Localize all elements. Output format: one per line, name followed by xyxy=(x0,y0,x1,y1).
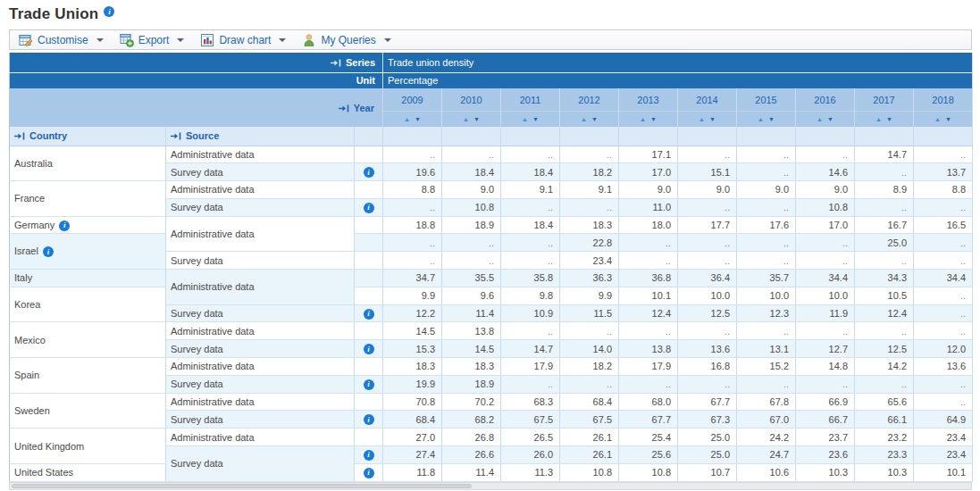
sort-asc-icon[interactable]: ▲ xyxy=(758,116,764,122)
toolbar-customise-button[interactable]: Customise xyxy=(13,30,111,50)
sort-desc-icon[interactable]: ▼ xyxy=(945,116,951,122)
year-column-header[interactable]: 2010▲▼ xyxy=(442,88,501,127)
country-header-label: Country xyxy=(29,130,67,141)
value-cell: 10.1 xyxy=(914,463,973,481)
row-info-icon[interactable]: i xyxy=(364,379,374,390)
country-source-header-row: Country Source xyxy=(10,127,973,146)
row-info-icon[interactable]: i xyxy=(364,468,374,479)
series-pivot-header[interactable]: Series xyxy=(10,53,383,72)
value-cell: .. xyxy=(501,198,560,216)
value-cell: 12.5 xyxy=(678,304,737,322)
value-cell: .. xyxy=(737,375,796,393)
row-info-icon[interactable]: i xyxy=(364,450,374,461)
value-cell: 14.5 xyxy=(442,340,501,358)
value-cell: .. xyxy=(619,375,678,393)
value-cell: .. xyxy=(796,234,855,252)
sort-asc-icon[interactable]: ▲ xyxy=(463,116,469,122)
value-cell: 67.3 xyxy=(678,411,737,429)
toolbar-item-label: Draw chart xyxy=(219,34,271,46)
year-column-header[interactable]: 2014▲▼ xyxy=(678,88,737,127)
value-cell: 10.0 xyxy=(737,287,796,304)
row-info-icon[interactable]: i xyxy=(364,167,374,178)
toolbar-draw-chart-button[interactable]: Draw chart xyxy=(195,30,293,50)
value-cell: 9.8 xyxy=(501,287,560,304)
toolbar-export-button[interactable]: Export xyxy=(114,30,192,50)
country-cell: Sweden xyxy=(10,393,166,429)
sort-desc-icon[interactable]: ▼ xyxy=(532,116,539,122)
year-column-header[interactable]: 2013▲▼ xyxy=(619,88,678,127)
sort-desc-icon[interactable]: ▼ xyxy=(415,116,421,122)
country-info-icon[interactable]: i xyxy=(43,246,54,257)
empty-header-cell xyxy=(678,127,737,146)
value-cell: 16.7 xyxy=(855,216,914,234)
sort-asc-icon[interactable]: ▲ xyxy=(934,116,941,122)
sort-desc-icon[interactable]: ▼ xyxy=(768,116,775,122)
value-cell: 15.1 xyxy=(678,163,737,181)
value-cell: 27.4 xyxy=(383,446,442,464)
country-cell: United Kingdom xyxy=(10,429,166,464)
sort-asc-icon[interactable]: ▲ xyxy=(522,116,528,122)
table-row: SwedenAdministrative data70.870.268.368.… xyxy=(10,393,973,411)
source-pivot-header[interactable]: Source xyxy=(166,127,355,146)
sort-desc-icon[interactable]: ▼ xyxy=(591,116,598,122)
sort-asc-icon[interactable]: ▲ xyxy=(817,116,823,122)
flag-icon-cell: i xyxy=(355,163,383,181)
country-label: Spain xyxy=(14,370,39,380)
value-cell: 18.2 xyxy=(560,358,619,376)
year-column-header[interactable]: 2012▲▼ xyxy=(560,88,619,127)
country-label: Sweden xyxy=(14,405,50,416)
sort-asc-icon[interactable]: ▲ xyxy=(875,116,882,122)
year-column-header[interactable]: 2011▲▼ xyxy=(501,88,560,127)
flag-icon-cell: i xyxy=(355,463,383,481)
sort-desc-icon[interactable]: ▼ xyxy=(650,116,657,122)
year-column-header[interactable]: 2017▲▼ xyxy=(855,88,914,127)
value-cell: .. xyxy=(501,252,560,270)
country-info-icon[interactable]: i xyxy=(59,221,70,231)
country-cell: Spain xyxy=(10,358,166,394)
year-column-header[interactable]: 2009▲▼ xyxy=(383,88,442,127)
year-column-header[interactable]: 2018▲▼ xyxy=(914,88,973,127)
sort-asc-icon[interactable]: ▲ xyxy=(699,116,705,122)
value-cell: 25.6 xyxy=(619,446,678,464)
horizontal-scrollbar[interactable] xyxy=(9,482,972,490)
value-cell: 34.3 xyxy=(855,270,914,287)
row-info-icon[interactable]: i xyxy=(364,203,374,213)
source-label: Survey data xyxy=(171,344,223,354)
year-column-header[interactable]: 2015▲▼ xyxy=(737,88,796,127)
value-cell: 14.5 xyxy=(383,322,442,340)
value-cell: 64.9 xyxy=(914,411,973,429)
sort-desc-icon[interactable]: ▼ xyxy=(886,116,892,122)
sort-desc-icon[interactable]: ▼ xyxy=(473,116,480,122)
draw-chart-icon xyxy=(200,33,214,47)
value-cell: .. xyxy=(442,146,501,163)
toolbar-my-queries-button[interactable]: My Queries xyxy=(297,30,398,50)
value-cell: 10.1 xyxy=(619,287,678,304)
value-cell: 70.2 xyxy=(442,393,501,411)
value-cell: .. xyxy=(796,252,855,270)
value-cell: .. xyxy=(560,146,619,163)
row-info-icon[interactable]: i xyxy=(364,309,374,320)
scrollbar-thumb[interactable] xyxy=(12,484,472,488)
sort-desc-icon[interactable]: ▼ xyxy=(709,116,716,122)
sort-asc-icon[interactable]: ▲ xyxy=(404,116,410,122)
value-cell: 66.7 xyxy=(796,411,855,429)
year-value: 2010 xyxy=(460,95,482,105)
country-pivot-header[interactable]: Country xyxy=(10,127,166,146)
toolbar-item-label: My Queries xyxy=(321,34,375,46)
source-label: Administrative data xyxy=(171,281,255,292)
empty-header-cell xyxy=(383,127,442,146)
value-cell: .. xyxy=(914,375,973,393)
flag-icon-cell xyxy=(355,322,383,340)
flag-icon-cell xyxy=(355,216,383,234)
year-column-header[interactable]: 2016▲▼ xyxy=(796,88,855,127)
sort-desc-icon[interactable]: ▼ xyxy=(827,116,833,122)
source-cell: Administrative data xyxy=(166,429,355,446)
value-cell: 70.8 xyxy=(383,393,442,411)
sort-asc-icon[interactable]: ▲ xyxy=(640,116,646,122)
row-info-icon[interactable]: i xyxy=(364,414,374,425)
sort-asc-icon[interactable]: ▲ xyxy=(581,116,587,122)
year-pivot-header[interactable]: Year xyxy=(10,88,383,127)
title-info-icon[interactable]: i xyxy=(104,6,114,17)
year-value: 2014 xyxy=(696,95,717,105)
row-info-icon[interactable]: i xyxy=(364,344,374,354)
